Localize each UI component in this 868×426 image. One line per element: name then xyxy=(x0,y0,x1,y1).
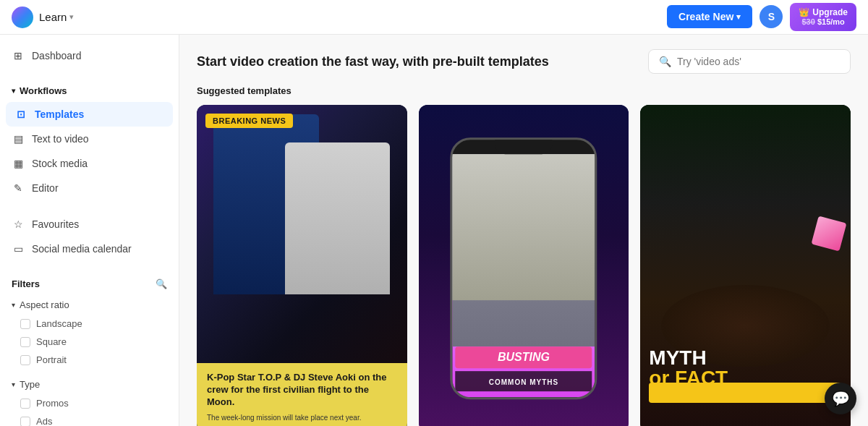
workflows-chevron: ▾ xyxy=(12,87,15,95)
favourites-icon: ☆ xyxy=(12,218,25,231)
create-new-chevron: ▾ xyxy=(736,12,741,22)
workflows-section[interactable]: ▾ Workflows xyxy=(0,80,179,102)
favourites-label: Favourites xyxy=(32,218,79,230)
busting-box: BUSTING xyxy=(455,346,592,368)
square-label: Square xyxy=(36,336,67,347)
dashboard-label: Dashboard xyxy=(32,50,82,61)
sidebar-item-dashboard[interactable]: ⊞ Dashboard xyxy=(0,43,179,68)
upgrade-label: Upgrade xyxy=(812,7,848,17)
old-price: $30 xyxy=(801,17,814,26)
stock-media-icon: ▦ xyxy=(12,157,25,170)
stock-media-label: Stock media xyxy=(32,158,88,169)
breaking-news-badge: BREAKING NEWS xyxy=(205,114,293,128)
phone-screen: BUSTING COMMON MYTHS xyxy=(452,154,595,397)
card-1-headline: K-Pop Star T.O.P & DJ Steve Aoki on the … xyxy=(207,372,397,409)
ads-checkbox[interactable] xyxy=(20,417,30,427)
sidebar: ⊞ Dashboard ▾ Workflows ⊡ Templates ▤ Te… xyxy=(0,35,179,426)
aspect-ratio-label: Aspect ratio xyxy=(20,299,69,310)
main-layout: ⊞ Dashboard ▾ Workflows ⊡ Templates ▤ Te… xyxy=(0,35,868,426)
text-to-video-icon: ▤ xyxy=(12,132,25,145)
filters-label: Filters xyxy=(12,278,40,289)
or-fact-text: or FACT xyxy=(649,368,728,388)
header-left: Learn ▾ xyxy=(12,7,74,28)
sidebar-item-text-to-video[interactable]: ▤ Text to video xyxy=(0,127,179,151)
phone-frame: BUSTING COMMON MYTHS xyxy=(450,137,597,399)
upgrade-price: $30 $15/mo xyxy=(801,17,844,27)
myth-text: MYTH xyxy=(649,348,728,368)
template-card-busting[interactable]: BUSTING COMMON MYTHS xyxy=(419,105,629,426)
templates-label: Templates xyxy=(35,108,84,120)
busting-text: BUSTING xyxy=(498,351,550,363)
template-card-breaking-news[interactable]: BREAKING NEWS K-Pop Star T.O.P & DJ Stev… xyxy=(197,105,407,426)
templates-icon: ⊡ xyxy=(14,108,27,121)
card-1-figures xyxy=(197,105,407,294)
landscape-label: Landscape xyxy=(36,318,82,329)
sidebar-item-favourites[interactable]: ☆ Favourites xyxy=(0,212,179,237)
templates-grid: BREAKING NEWS K-Pop Star T.O.P & DJ Stev… xyxy=(197,105,851,426)
text-to-video-label: Text to video xyxy=(32,133,89,145)
portrait-checkbox[interactable] xyxy=(20,355,30,365)
editor-label: Editor xyxy=(32,182,59,194)
sidebar-item-editor[interactable]: ✎ Editor xyxy=(0,176,179,200)
checkbox-landscape[interactable]: Landscape xyxy=(0,315,179,333)
page-title: Start video creation the fast way, with … xyxy=(197,54,549,69)
sidebar-item-social-media-calendar[interactable]: ▭ Social media calendar xyxy=(0,237,179,261)
portrait-label: Portrait xyxy=(36,354,67,365)
upgrade-top: 👑 Upgrade xyxy=(799,7,848,17)
upgrade-button[interactable]: 👑 Upgrade $30 $15/mo xyxy=(790,3,856,32)
landscape-checkbox[interactable] xyxy=(20,319,30,329)
phone-notch xyxy=(495,140,552,154)
square-checkbox[interactable] xyxy=(20,337,30,347)
avatar-button[interactable]: S xyxy=(760,5,783,28)
header-right: Create New ▾ S 👑 Upgrade $30 $15/mo xyxy=(667,3,856,32)
search-input[interactable] xyxy=(677,56,840,67)
promos-label: Promos xyxy=(36,398,69,409)
checkbox-square[interactable]: Square xyxy=(0,333,179,351)
workflows-label: Workflows xyxy=(20,85,67,96)
figure-right xyxy=(285,142,390,294)
new-price: $15/mo xyxy=(817,17,845,26)
type-section[interactable]: ▾ Type xyxy=(0,375,179,394)
dashboard-icon: ⊞ xyxy=(12,49,25,62)
common-myths-text: COMMON MYTHS xyxy=(489,378,558,386)
create-new-button[interactable]: Create New ▾ xyxy=(667,5,752,28)
sidebar-item-stock-media[interactable]: ▦ Stock media xyxy=(0,151,179,176)
search-icon: 🔍 xyxy=(659,56,671,67)
learn-label: Learn xyxy=(39,11,67,23)
crown-icon: 👑 xyxy=(799,7,809,17)
content-header: Start video creation the fast way, with … xyxy=(197,49,851,74)
suggested-label: Suggested templates xyxy=(197,85,851,96)
chat-fab-button[interactable]: 💬 xyxy=(825,383,856,414)
aspect-ratio-section[interactable]: ▾ Aspect ratio xyxy=(0,295,179,315)
ads-label: Ads xyxy=(36,416,52,426)
chat-icon: 💬 xyxy=(832,390,850,407)
header: Learn ▾ Create New ▾ S 👑 Upgrade $30 $15… xyxy=(0,0,868,35)
checkbox-portrait[interactable]: Portrait xyxy=(0,351,179,369)
type-chevron: ▾ xyxy=(12,380,15,388)
card-1-subtext: The week-long mission will take place ne… xyxy=(207,413,397,423)
aspect-ratio-chevron: ▾ xyxy=(12,301,15,309)
content-area: Start video creation the fast way, with … xyxy=(179,35,868,426)
learn-chevron: ▾ xyxy=(69,12,74,22)
type-label: Type xyxy=(20,379,40,390)
filter-search-icon[interactable]: 🔍 xyxy=(156,278,167,289)
sidebar-item-templates[interactable]: ⊡ Templates xyxy=(6,102,173,127)
filters-header: Filters 🔍 xyxy=(0,273,179,295)
calendar-icon: ▭ xyxy=(12,242,25,255)
phone-person xyxy=(452,154,595,299)
myth-fact-badge: MYTH or FACT xyxy=(649,348,728,388)
create-new-label: Create New xyxy=(678,11,733,22)
promos-checkbox[interactable] xyxy=(20,399,30,409)
learn-menu-button[interactable]: Learn ▾ xyxy=(39,11,74,23)
checkbox-promos[interactable]: Promos xyxy=(0,394,179,412)
social-media-calendar-label: Social media calendar xyxy=(32,243,132,255)
editor-icon: ✎ xyxy=(12,182,25,195)
card-1-text-area: K-Pop Star T.O.P & DJ Steve Aoki on the … xyxy=(197,363,407,426)
template-card-myth-fact[interactable]: MYTH or FACT xyxy=(640,105,851,426)
logo-icon xyxy=(12,7,33,28)
common-myths-box: COMMON MYTHS xyxy=(455,371,592,391)
search-bar[interactable]: 🔍 xyxy=(648,49,851,74)
checkbox-ads[interactable]: Ads xyxy=(0,412,179,426)
avatar-letter: S xyxy=(768,11,775,22)
